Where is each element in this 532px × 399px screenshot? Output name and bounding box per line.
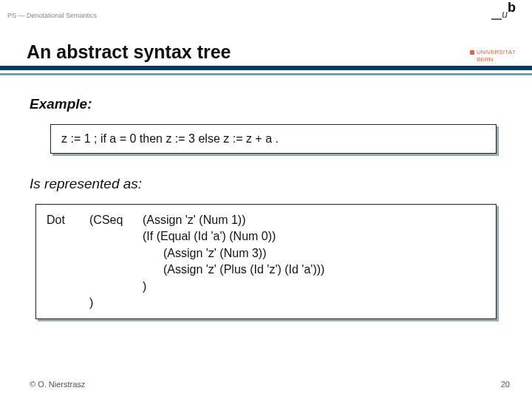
ast-code-box: Dot (CSeq (Assign 'z' (Num 1)) (If (Equa… xyxy=(35,204,497,319)
ast-close-if: ) xyxy=(143,279,485,295)
example-label: Example: xyxy=(30,96,502,112)
example-code-box: z := 1 ; if a = 0 then z := 3 else z := … xyxy=(50,124,497,154)
university-logo: ub xyxy=(491,6,516,21)
slide-title: An abstract syntax tree xyxy=(27,41,532,63)
represented-label: Is represented as: xyxy=(30,176,502,192)
uni-line2: BERN xyxy=(470,56,516,64)
ast-line2: (If (Equal (Id 'a') (Num 0)) xyxy=(143,228,485,245)
logo-ub-icon: ub xyxy=(491,8,516,20)
ast-close-seq: ) xyxy=(89,295,143,311)
square-icon xyxy=(470,50,474,55)
header-topic: PS — Denotational Semantics xyxy=(7,12,97,19)
example-code: z := 1 ; if a = 0 then z := 3 else z := … xyxy=(61,132,279,145)
copyright: © O. Nierstrasz xyxy=(30,380,85,389)
ast-root: Dot xyxy=(47,212,89,228)
uni-line1: UNIVERSITÄT xyxy=(477,49,516,55)
title-band: An abstract syntax tree xyxy=(0,37,532,70)
ast-line4: (Assign 'z' (Plus (Id 'z') (Id 'a'))) xyxy=(143,262,485,278)
university-name: UNIVERSITÄT BERN xyxy=(467,49,516,63)
content-area: Example: z := 1 ; if a = 0 then z := 3 e… xyxy=(0,75,532,319)
ast-line1: (Assign 'z' (Num 1)) xyxy=(143,212,485,228)
header-bar: PS — Denotational Semantics ub xyxy=(0,0,532,37)
footer: © O. Nierstrasz 20 xyxy=(30,380,510,389)
ast-line3: (Assign 'z' (Num 3)) xyxy=(143,245,485,262)
ast-seq: (CSeq xyxy=(89,212,143,228)
page-number: 20 xyxy=(501,380,510,389)
